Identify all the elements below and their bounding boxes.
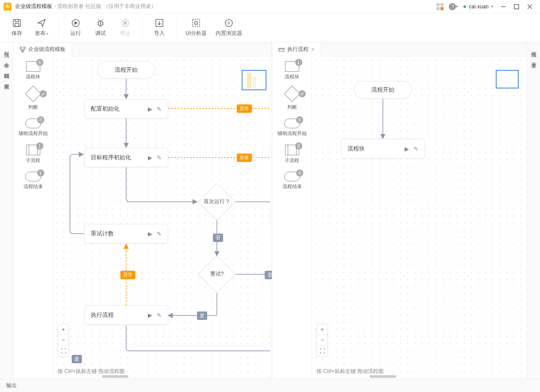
user-menu[interactable]: cai xuan ▾ — [460, 4, 497, 10]
zoom-in-button[interactable]: + — [58, 324, 69, 335]
palette-end[interactable]: 0流程结束 — [282, 172, 302, 190]
svg-point-22 — [23, 47, 25, 49]
publish-button[interactable]: 发布▾ — [34, 18, 50, 37]
svg-point-21 — [20, 47, 22, 49]
svg-rect-5 — [15, 23, 19, 27]
node-retry[interactable]: 重试? — [198, 256, 235, 293]
canvas-right[interactable]: 流程开始 流程块▶✎ + − ⛶ 按 Ctrl+鼠标左键 拖动流程图 — [312, 57, 527, 379]
maximize-button[interactable] — [510, 0, 523, 13]
save-button[interactable]: 保存 — [9, 18, 25, 37]
edit-icon[interactable]: ✎ — [157, 154, 162, 161]
canvas-hint: 按 Ctrl+鼠标左键 拖动流程图 — [58, 368, 125, 375]
help-icon: ? — [449, 3, 456, 10]
zoom-fit-button[interactable]: ⛶ — [317, 346, 328, 356]
side-tab-flow[interactable]: 流程 — [0, 42, 13, 53]
close-tab-icon[interactable]: × — [311, 46, 314, 53]
play-icon[interactable]: ▶ — [148, 106, 152, 112]
stop-button: 停止 — [117, 18, 133, 37]
minimap-right[interactable] — [496, 70, 519, 88]
editor-panel-exec: 执行流程 × 1流程块 0判断 0辅助流程开始 0子流程 0流程结束 — [272, 42, 527, 379]
zoom-out-button[interactable]: − — [58, 335, 69, 346]
run-button[interactable]: 运行 — [68, 18, 84, 37]
close-icon — [527, 4, 532, 9]
svg-rect-16 — [124, 22, 127, 24]
window-title: 企业级流程模板 — [15, 3, 52, 10]
save-icon — [12, 18, 22, 28]
import-button[interactable]: 导入 — [151, 18, 167, 37]
close-button[interactable] — [523, 0, 536, 13]
side-tab-search[interactable]: 搜索 — [0, 74, 13, 85]
node-start[interactable]: 流程开始 — [97, 61, 155, 79]
palette-subprocess[interactable]: 1子流程 — [26, 145, 40, 164]
title-bar: Ai 企业级流程模板 - 流程创造者 社区版 （仅用于非商业用途） ?▾ cai… — [0, 0, 540, 13]
palette-block[interactable]: 6流程块 — [26, 61, 40, 80]
zoom-in-button[interactable]: + — [317, 324, 328, 335]
zoom-out-button[interactable]: − — [317, 335, 328, 346]
edge-label-exception: 异常 — [237, 154, 252, 162]
minimize-button[interactable] — [497, 0, 510, 13]
help-button[interactable]: ?▾ — [447, 0, 460, 13]
ui-analyzer-icon — [191, 18, 201, 28]
side-tab-variables[interactable]: 变量 — [527, 53, 540, 64]
window-subtitle-note: （仅用于非商业用途） — [103, 3, 156, 10]
edge-label-no: 否 — [265, 271, 272, 279]
svg-rect-4 — [13, 19, 20, 27]
side-tab-properties[interactable]: 属性 — [527, 42, 540, 53]
node-block[interactable]: 流程块▶✎ — [341, 139, 425, 158]
edit-icon[interactable]: ✎ — [157, 231, 162, 237]
canvas-hint: 按 Ctrl+鼠标左键 拖动流程图 — [316, 368, 384, 375]
app-logo: Ai — [4, 3, 12, 11]
tab-main-template[interactable]: 企业级流程模板 — [13, 42, 72, 57]
svg-line-13 — [98, 19, 99, 20]
palette-aux-start[interactable]: 0辅助流程开始 — [278, 119, 307, 137]
play-icon[interactable]: ▶ — [148, 154, 152, 161]
flow-icon — [19, 46, 26, 53]
palette-left: 6流程块 3判断 0辅助流程开始 1子流程 1流程结束 — [13, 57, 53, 379]
play-icon[interactable]: ▶ — [148, 312, 152, 319]
play-icon[interactable]: ▶ — [148, 231, 152, 237]
browser-icon: B — [224, 18, 234, 28]
scrollbar-thumb[interactable] — [370, 375, 396, 378]
minimize-icon — [501, 4, 506, 9]
zoom-fit-button[interactable]: ⛶ — [58, 346, 69, 356]
palette-subprocess[interactable]: 0子流程 — [285, 145, 299, 164]
side-tab-command[interactable]: 命令 — [0, 53, 13, 64]
play-icon[interactable]: ▶ — [405, 146, 409, 152]
chevron-down-icon: ▾ — [491, 4, 493, 8]
tab-exec-flow[interactable]: 执行流程 × — [272, 42, 321, 57]
run-icon — [71, 18, 81, 28]
edit-icon[interactable]: ✎ — [157, 312, 162, 319]
palette-block[interactable]: 1流程块 — [285, 61, 299, 80]
node-start[interactable]: 流程开始 — [354, 81, 412, 99]
scrollbar-thumb[interactable] — [102, 375, 128, 378]
ui-analyzer-button[interactable]: UI分析器 — [185, 18, 207, 37]
side-tab-timeline[interactable]: 时间线 — [0, 64, 13, 74]
node-exec-flow[interactable]: 执行流程▶✎ — [84, 305, 168, 325]
apps-button[interactable] — [433, 0, 447, 13]
chevron-down-icon: ▾ — [46, 32, 48, 36]
palette-decision[interactable]: 3判断 — [27, 88, 39, 111]
node-first-run[interactable]: 首次运行？ — [198, 183, 235, 220]
palette-end[interactable]: 1流程结束 — [23, 172, 43, 190]
toolbar: 保存 发布▾ 运行 调试 停止 导入 UI分析器 — [0, 13, 540, 42]
main-area: 流程 命令 时间线 搜索 企业级流程模板 6流程块 3判断 0辅助流程开始 1子… — [0, 42, 540, 379]
node-retry-count[interactable]: 重试计数▶✎ — [84, 224, 168, 243]
canvas-left[interactable]: 流程开始 配置初始化▶✎ 目标程序初始化▶✎ 首次运行？ 重试计数▶✎ 重试? … — [53, 57, 272, 379]
minimap-left[interactable] — [242, 70, 266, 90]
edge-label-no: 否 — [213, 234, 223, 242]
tab-header-left: 企业级流程模板 — [13, 42, 272, 57]
browser-button[interactable]: B 内置浏览器 — [216, 18, 242, 37]
output-panel[interactable]: 输出 — [0, 379, 540, 392]
node-config-init[interactable]: 配置初始化▶✎ — [84, 99, 168, 119]
node-target-init[interactable]: 目标程序初始化▶✎ — [84, 148, 168, 167]
svg-text:B: B — [228, 21, 230, 25]
edge-label-exception: 异常 — [120, 271, 135, 279]
edit-icon[interactable]: ✎ — [413, 146, 418, 152]
svg-rect-1 — [514, 4, 519, 9]
edit-icon[interactable]: ✎ — [157, 106, 162, 112]
palette-decision[interactable]: 0判断 — [286, 88, 298, 111]
left-sidebar-tabs: 流程 命令 时间线 搜索 — [0, 42, 13, 379]
debug-button[interactable]: 调试 — [93, 18, 108, 37]
right-sidebar-tabs: 属性 变量 — [527, 42, 540, 379]
palette-aux-start[interactable]: 0辅助流程开始 — [19, 119, 48, 137]
